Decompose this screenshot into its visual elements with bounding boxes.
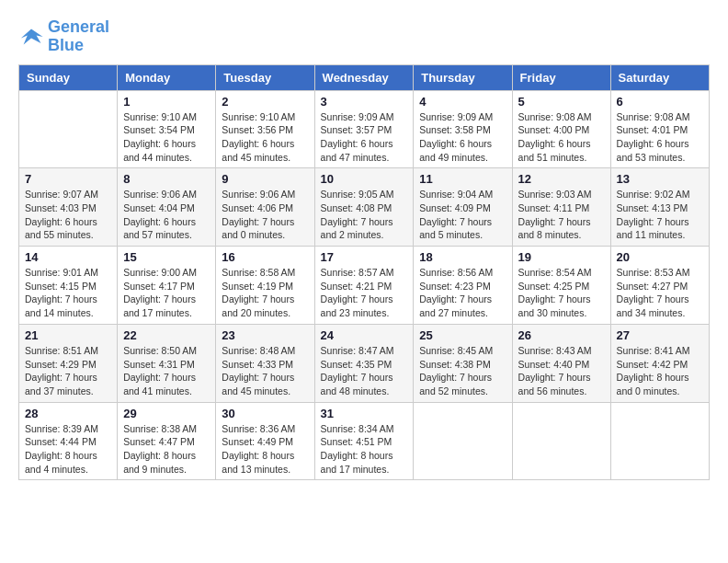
day-20: 20Sunrise: 8:53 AM Sunset: 4:27 PM Dayli…	[610, 247, 709, 325]
day-12: 12Sunrise: 9:03 AM Sunset: 4:11 PM Dayli…	[512, 168, 610, 247]
day-info-13: Sunrise: 9:02 AM Sunset: 4:13 PM Dayligh…	[617, 188, 703, 242]
day-info-14: Sunrise: 9:01 AM Sunset: 4:15 PM Dayligh…	[25, 266, 111, 320]
day-number-4: 4	[419, 95, 506, 109]
day-number-22: 22	[123, 328, 210, 342]
day-number-30: 30	[222, 407, 308, 420]
calendar-header-row: SundayMondayTuesdayWednesdayThursdayFrid…	[19, 64, 710, 90]
logo-icon	[18, 24, 44, 50]
day-number-2: 2	[222, 95, 308, 109]
day-22: 22Sunrise: 8:50 AM Sunset: 4:31 PM Dayli…	[118, 324, 216, 402]
day-6: 6Sunrise: 9:08 AM Sunset: 4:01 PM Daylig…	[610, 90, 709, 168]
day-2: 2Sunrise: 9:10 AM Sunset: 3:56 PM Daylig…	[216, 90, 314, 168]
day-info-12: Sunrise: 9:03 AM Sunset: 4:11 PM Dayligh…	[518, 188, 605, 242]
day-info-19: Sunrise: 8:54 AM Sunset: 4:25 PM Dayligh…	[518, 266, 605, 320]
day-31: 31Sunrise: 8:34 AM Sunset: 4:51 PM Dayli…	[314, 402, 414, 480]
day-info-20: Sunrise: 8:53 AM Sunset: 4:27 PM Dayligh…	[617, 266, 703, 320]
header-thursday: Thursday	[414, 64, 512, 90]
day-9: 9Sunrise: 9:06 AM Sunset: 4:06 PM Daylig…	[216, 168, 314, 247]
header-saturday: Saturday	[610, 64, 709, 90]
day-number-15: 15	[123, 250, 210, 264]
header-sunday: Sunday	[19, 64, 118, 90]
day-info-24: Sunrise: 8:47 AM Sunset: 4:35 PM Dayligh…	[321, 344, 408, 398]
week-row-4: 21Sunrise: 8:51 AM Sunset: 4:29 PM Dayli…	[19, 324, 710, 402]
day-info-22: Sunrise: 8:50 AM Sunset: 4:31 PM Dayligh…	[123, 344, 210, 398]
day-info-17: Sunrise: 8:57 AM Sunset: 4:21 PM Dayligh…	[321, 266, 408, 320]
day-number-18: 18	[419, 250, 506, 264]
day-info-16: Sunrise: 8:58 AM Sunset: 4:19 PM Dayligh…	[222, 266, 308, 320]
day-number-27: 27	[617, 328, 703, 342]
day-info-27: Sunrise: 8:41 AM Sunset: 4:42 PM Dayligh…	[617, 344, 703, 398]
day-info-15: Sunrise: 9:00 AM Sunset: 4:17 PM Dayligh…	[123, 266, 210, 320]
day-info-23: Sunrise: 8:48 AM Sunset: 4:33 PM Dayligh…	[222, 344, 308, 398]
day-info-11: Sunrise: 9:04 AM Sunset: 4:09 PM Dayligh…	[419, 188, 506, 242]
day-number-23: 23	[222, 328, 308, 342]
day-4: 4Sunrise: 9:09 AM Sunset: 3:58 PM Daylig…	[414, 90, 512, 168]
day-29: 29Sunrise: 8:38 AM Sunset: 4:47 PM Dayli…	[118, 402, 216, 480]
day-number-6: 6	[617, 95, 703, 109]
day-number-24: 24	[321, 328, 408, 342]
day-21: 21Sunrise: 8:51 AM Sunset: 4:29 PM Dayli…	[19, 324, 118, 402]
day-info-21: Sunrise: 8:51 AM Sunset: 4:29 PM Dayligh…	[25, 344, 111, 398]
day-number-20: 20	[617, 250, 703, 264]
day-number-21: 21	[25, 328, 111, 342]
day-info-8: Sunrise: 9:06 AM Sunset: 4:04 PM Dayligh…	[123, 188, 210, 242]
empty-cell	[19, 90, 118, 168]
day-27: 27Sunrise: 8:41 AM Sunset: 4:42 PM Dayli…	[610, 324, 709, 402]
day-number-7: 7	[25, 172, 111, 186]
svg-marker-0	[21, 29, 43, 44]
day-number-14: 14	[25, 250, 111, 264]
logo-text: General Blue	[48, 18, 109, 55]
logo: General Blue	[18, 18, 109, 55]
header-tuesday: Tuesday	[216, 64, 314, 90]
day-info-5: Sunrise: 9:08 AM Sunset: 4:00 PM Dayligh…	[518, 110, 605, 165]
day-number-5: 5	[518, 95, 605, 109]
day-11: 11Sunrise: 9:04 AM Sunset: 4:09 PM Dayli…	[414, 168, 512, 247]
week-row-1: 1Sunrise: 9:10 AM Sunset: 3:54 PM Daylig…	[19, 90, 710, 168]
calendar-table: SundayMondayTuesdayWednesdayThursdayFrid…	[18, 64, 710, 481]
day-info-31: Sunrise: 8:34 AM Sunset: 4:51 PM Dayligh…	[321, 422, 408, 477]
empty-cell	[610, 402, 709, 480]
day-info-3: Sunrise: 9:09 AM Sunset: 3:57 PM Dayligh…	[321, 110, 408, 165]
day-number-13: 13	[617, 172, 703, 186]
day-info-1: Sunrise: 9:10 AM Sunset: 3:54 PM Dayligh…	[123, 110, 210, 165]
day-info-18: Sunrise: 8:56 AM Sunset: 4:23 PM Dayligh…	[419, 266, 506, 320]
day-16: 16Sunrise: 8:58 AM Sunset: 4:19 PM Dayli…	[216, 247, 314, 325]
day-number-10: 10	[321, 172, 408, 186]
day-info-9: Sunrise: 9:06 AM Sunset: 4:06 PM Dayligh…	[222, 188, 308, 242]
day-info-10: Sunrise: 9:05 AM Sunset: 4:08 PM Dayligh…	[321, 188, 408, 242]
day-13: 13Sunrise: 9:02 AM Sunset: 4:13 PM Dayli…	[610, 168, 709, 247]
day-10: 10Sunrise: 9:05 AM Sunset: 4:08 PM Dayli…	[314, 168, 414, 247]
day-number-9: 9	[222, 172, 308, 186]
empty-cell	[512, 402, 610, 480]
day-15: 15Sunrise: 9:00 AM Sunset: 4:17 PM Dayli…	[118, 247, 216, 325]
day-info-26: Sunrise: 8:43 AM Sunset: 4:40 PM Dayligh…	[518, 344, 605, 398]
day-info-4: Sunrise: 9:09 AM Sunset: 3:58 PM Dayligh…	[419, 110, 506, 165]
day-19: 19Sunrise: 8:54 AM Sunset: 4:25 PM Dayli…	[512, 247, 610, 325]
day-number-3: 3	[321, 95, 408, 109]
day-info-7: Sunrise: 9:07 AM Sunset: 4:03 PM Dayligh…	[25, 188, 111, 242]
day-number-12: 12	[518, 172, 605, 186]
day-number-17: 17	[321, 250, 408, 264]
day-17: 17Sunrise: 8:57 AM Sunset: 4:21 PM Dayli…	[314, 247, 414, 325]
day-number-31: 31	[321, 407, 408, 420]
day-25: 25Sunrise: 8:45 AM Sunset: 4:38 PM Dayli…	[414, 324, 512, 402]
page-header: General Blue	[18, 18, 710, 55]
header-monday: Monday	[118, 64, 216, 90]
day-23: 23Sunrise: 8:48 AM Sunset: 4:33 PM Dayli…	[216, 324, 314, 402]
day-info-2: Sunrise: 9:10 AM Sunset: 3:56 PM Dayligh…	[222, 110, 308, 165]
day-number-28: 28	[25, 407, 111, 420]
day-24: 24Sunrise: 8:47 AM Sunset: 4:35 PM Dayli…	[314, 324, 414, 402]
day-number-26: 26	[518, 328, 605, 342]
day-14: 14Sunrise: 9:01 AM Sunset: 4:15 PM Dayli…	[19, 247, 118, 325]
day-3: 3Sunrise: 9:09 AM Sunset: 3:57 PM Daylig…	[314, 90, 414, 168]
day-info-25: Sunrise: 8:45 AM Sunset: 4:38 PM Dayligh…	[419, 344, 506, 398]
day-info-28: Sunrise: 8:39 AM Sunset: 4:44 PM Dayligh…	[25, 422, 111, 477]
day-number-19: 19	[518, 250, 605, 264]
day-number-25: 25	[419, 328, 506, 342]
day-26: 26Sunrise: 8:43 AM Sunset: 4:40 PM Dayli…	[512, 324, 610, 402]
day-number-11: 11	[419, 172, 506, 186]
day-info-29: Sunrise: 8:38 AM Sunset: 4:47 PM Dayligh…	[123, 422, 210, 477]
week-row-3: 14Sunrise: 9:01 AM Sunset: 4:15 PM Dayli…	[19, 247, 710, 325]
day-28: 28Sunrise: 8:39 AM Sunset: 4:44 PM Dayli…	[19, 402, 118, 480]
day-number-1: 1	[123, 95, 210, 109]
